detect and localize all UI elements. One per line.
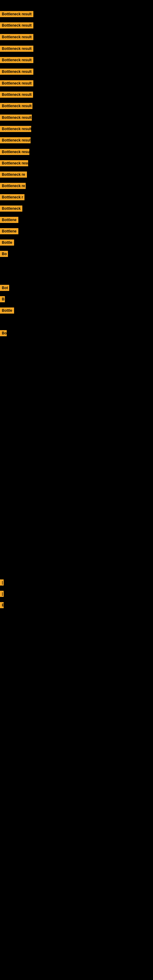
bottleneck-result-label-25: Bot [0,285,9,291]
bottleneck-result-label-13: Bottleneck result [0,149,29,155]
bottleneck-result-label-17: Bottleneck r [0,194,24,200]
bottleneck-result-label-51: | [0,579,4,585]
bottleneck-result-label-27: Bottle [0,307,14,313]
bottleneck-result-label-8: Bottleneck result [0,92,33,98]
bottleneck-result-label-53: E [0,602,4,608]
bottleneck-result-label-21: Bottle [0,240,14,246]
bottleneck-result-label-18: Bottleneck [0,205,22,212]
bottleneck-result-label-16: Bottleneck re [0,183,26,189]
bottleneck-result-label-26: B [0,296,5,302]
bottleneck-result-label-2: Bottleneck result [0,22,33,29]
bottleneck-result-label-9: Bottleneck result [0,103,32,109]
bottleneck-result-label-11: Bottleneck result [0,126,31,132]
bottleneck-result-label-7: Bottleneck result [0,80,33,86]
bottleneck-result-label-12: Bottleneck result [0,137,30,143]
bottleneck-result-label-15: Bottleneck re [0,172,27,178]
bottleneck-result-label-4: Bottleneck result [0,46,33,52]
bottleneck-result-label-6: Bottleneck result [0,68,33,75]
bottleneck-result-label-14: Bottleneck result [0,160,28,166]
site-title [0,0,153,5]
bottleneck-result-label-5: Bottleneck result [0,57,33,63]
bottleneck-result-label-10: Bottleneck result [0,115,32,121]
bottleneck-result-label-22: Bo [0,251,8,257]
bottleneck-result-label-19: Bottlene [0,217,18,223]
bottleneck-result-label-3: Bottleneck result [0,34,33,40]
bottleneck-result-label-52: | [0,591,4,597]
bottleneck-result-label-20: Bottlene [0,228,18,234]
bottleneck-result-label-29: Bo [0,330,7,336]
bottleneck-result-label-1: Bottleneck result [0,11,33,17]
